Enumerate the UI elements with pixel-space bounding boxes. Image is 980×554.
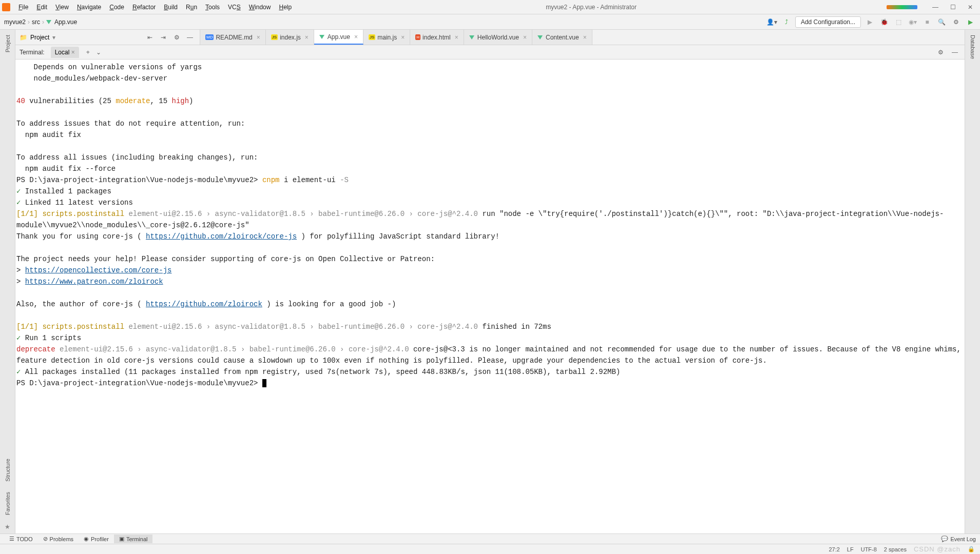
- editor-tabs: MDREADME.md× JSindex.js× App.vue× JSmain…: [200, 30, 980, 45]
- star-icon[interactable]: ★: [2, 520, 13, 533]
- tab-indexhtml[interactable]: Hindex.html×: [410, 30, 464, 45]
- close-icon[interactable]: ×: [401, 34, 405, 41]
- chevron-down-icon[interactable]: ⌄: [93, 49, 104, 56]
- close-icon[interactable]: ×: [257, 34, 260, 41]
- profile-icon[interactable]: ◉▾: [907, 16, 918, 28]
- chevron-down-icon: ▾: [52, 34, 55, 41]
- project-label: Project: [30, 34, 49, 41]
- tab-profiler[interactable]: ◉Profiler: [79, 535, 114, 543]
- add-configuration-button[interactable]: Add Configuration...: [795, 16, 861, 28]
- link-patreon[interactable]: https://www.patreon.com/zloirock: [25, 278, 163, 286]
- vue-icon: [46, 20, 51, 24]
- close-icon[interactable]: ×: [455, 34, 458, 41]
- gear-icon[interactable]: ⚙: [935, 47, 946, 58]
- run-anything-icon[interactable]: ▶: [965, 16, 976, 28]
- project-dropdown[interactable]: 📁 Project ▾ ⇤ ⇥ ⚙ —: [15, 30, 200, 45]
- close-button[interactable]: ✕: [963, 2, 978, 12]
- close-icon[interactable]: ×: [354, 33, 358, 41]
- watermark: CSDN @zach: [914, 545, 960, 553]
- menu-code[interactable]: Code: [105, 2, 128, 13]
- link-author[interactable]: https://github.com/zloirock: [146, 300, 262, 308]
- collapse-icon[interactable]: ⇥: [158, 32, 169, 43]
- problems-icon: ⊘: [43, 536, 48, 542]
- breadcrumb: myvue2 › src › App.vue: [4, 18, 766, 26]
- todo-icon: ☰: [9, 536, 14, 542]
- memory-indicator[interactable]: [887, 5, 917, 9]
- breadcrumb-project[interactable]: myvue2: [4, 18, 26, 26]
- tab-indexjs[interactable]: JSindex.js×: [266, 30, 314, 45]
- left-tool-stripe: Project Structure Favorites ★: [0, 30, 15, 533]
- menu-tools[interactable]: Tools: [201, 2, 224, 13]
- user-icon[interactable]: 👤▾: [766, 16, 778, 28]
- link-corejs[interactable]: https://github.com/zloirock/core-js: [146, 232, 297, 241]
- event-log-button[interactable]: 💬Event Log: [941, 536, 976, 542]
- sidebar-item-project[interactable]: Project: [4, 30, 12, 57]
- close-icon[interactable]: ×: [523, 34, 527, 41]
- vue-icon: [537, 35, 543, 39]
- menu-help[interactable]: Help: [275, 2, 296, 13]
- menu-edit[interactable]: Edit: [32, 2, 51, 13]
- coverage-icon[interactable]: ⬚: [893, 16, 904, 28]
- tabs-row: 📁 Project ▾ ⇤ ⇥ ⚙ — MDREADME.md× JSindex…: [0, 30, 980, 45]
- link-opencollective[interactable]: https://opencollective.com/core-js: [25, 266, 172, 274]
- lock-icon[interactable]: 🔒: [968, 546, 975, 552]
- breadcrumb-folder[interactable]: src: [32, 18, 40, 26]
- html-icon: H: [415, 34, 420, 40]
- tab-appvue[interactable]: App.vue×: [314, 30, 363, 45]
- stop-icon[interactable]: ■: [921, 16, 933, 28]
- close-icon[interactable]: ×: [71, 49, 75, 56]
- menu-vcs[interactable]: VCS: [224, 2, 245, 13]
- menu-file[interactable]: File: [14, 2, 32, 13]
- tab-helloworld[interactable]: HelloWorld.vue×: [464, 30, 532, 45]
- hide-icon[interactable]: —: [184, 32, 196, 43]
- menu-window[interactable]: Window: [245, 2, 275, 13]
- close-icon[interactable]: ×: [583, 34, 587, 41]
- run-icon[interactable]: ▶: [864, 16, 875, 28]
- status-encoding[interactable]: UTF-8: [861, 546, 877, 552]
- menu-run[interactable]: Run: [182, 2, 201, 13]
- terminal-title: Terminal:: [20, 49, 45, 56]
- tab-terminal[interactable]: ▣Terminal: [114, 535, 153, 543]
- breadcrumb-file[interactable]: App.vue: [54, 18, 77, 26]
- tab-content[interactable]: Content.vue×: [532, 30, 592, 45]
- gear-icon[interactable]: ⚙: [171, 32, 182, 43]
- menu-navigate[interactable]: Navigate: [73, 2, 105, 13]
- build-icon[interactable]: ⤴: [781, 16, 792, 28]
- app-icon: [2, 3, 10, 11]
- title-bar: File Edit View Navigate Code Refactor Bu…: [0, 0, 980, 14]
- close-icon[interactable]: ×: [305, 34, 309, 41]
- breadcrumb-sep: ›: [28, 18, 30, 26]
- search-icon[interactable]: 🔍: [936, 16, 947, 28]
- tab-problems[interactable]: ⊘Problems: [38, 535, 79, 543]
- terminal-add-tab[interactable]: +: [83, 49, 93, 56]
- js-icon: JS: [369, 34, 375, 40]
- status-indent[interactable]: 2 spaces: [884, 546, 907, 552]
- terminal-output[interactable]: Depends on vulnerable versions of yargs …: [15, 60, 965, 533]
- tab-readme[interactable]: MDREADME.md×: [200, 30, 266, 45]
- right-tool-stripe: Database: [965, 30, 980, 533]
- hide-icon[interactable]: —: [949, 47, 960, 58]
- debug-icon[interactable]: 🐞: [878, 16, 890, 28]
- menu-build[interactable]: Build: [160, 2, 182, 13]
- terminal-tab-local[interactable]: Local ×: [51, 47, 79, 58]
- tab-mainjs[interactable]: JSmain.js×: [363, 30, 410, 45]
- window-title: myvue2 - App.vue - Administrator: [296, 4, 887, 11]
- sidebar-item-database[interactable]: Database: [969, 30, 977, 64]
- settings-icon[interactable]: ⚙: [950, 16, 962, 28]
- markdown-icon: MD: [205, 34, 214, 40]
- vue-icon: [469, 35, 474, 39]
- menu-view[interactable]: View: [51, 2, 73, 13]
- navigation-row: myvue2 › src › App.vue 👤▾ ⤴ Add Configur…: [0, 14, 980, 30]
- sidebar-item-favorites[interactable]: Favorites: [4, 487, 12, 520]
- sidebar-item-structure[interactable]: Structure: [4, 453, 12, 487]
- expand-icon[interactable]: ⇤: [144, 32, 156, 43]
- minimize-button[interactable]: —: [928, 2, 943, 12]
- tab-todo[interactable]: ☰TODO: [4, 535, 38, 543]
- maximize-button[interactable]: ☐: [945, 2, 960, 12]
- status-line-ending[interactable]: LF: [847, 546, 854, 552]
- profiler-icon: ◉: [84, 536, 89, 542]
- cursor: [262, 379, 266, 387]
- status-position[interactable]: 27:2: [829, 546, 839, 552]
- menu-refactor[interactable]: Refactor: [128, 2, 160, 13]
- status-bar: 27:2 LF UTF-8 2 spaces CSDN @zach 🔒: [0, 544, 980, 554]
